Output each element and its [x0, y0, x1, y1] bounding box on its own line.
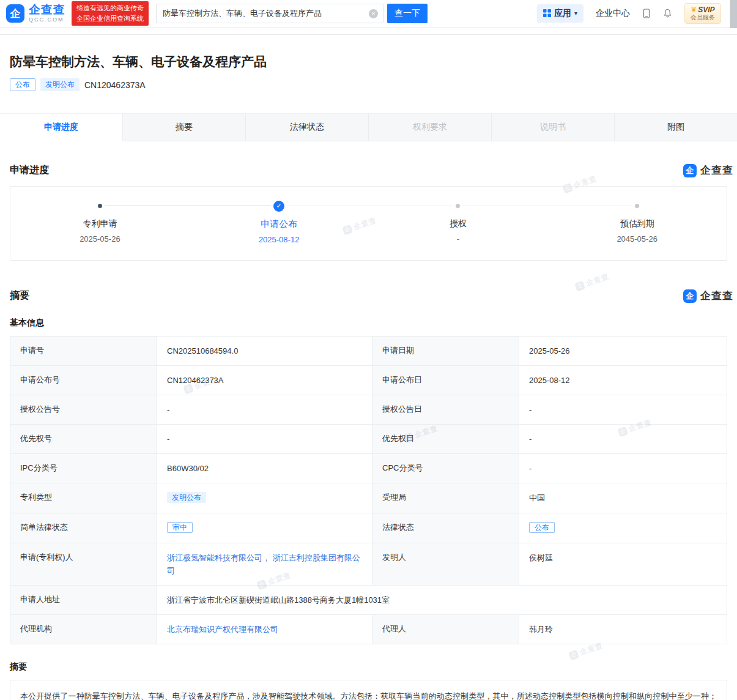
field-value: 韩月玲: [519, 615, 727, 644]
apps-menu-button[interactable]: 应用 ▾: [537, 4, 583, 23]
tab-description[interactable]: 说明书: [492, 114, 615, 141]
table-row: 授权公告号 - 授权公告日 -: [10, 395, 727, 425]
top-bar: 企 企查查 QCC.COM 缔造有远见的商业传奇 全国企业信用查询系统 × 查一…: [0, 0, 737, 28]
field-value: -: [519, 395, 727, 424]
patent-tag-row: 公布 发明公布 CN120462373A: [10, 78, 727, 91]
tab-claims[interactable]: 权利要求: [369, 114, 492, 141]
tab-drawings[interactable]: 附图: [615, 114, 737, 141]
search-box: ×: [156, 4, 383, 23]
agency-link[interactable]: 北京布瑞知识产权代理有限公司: [167, 625, 278, 634]
notifications-button[interactable]: [663, 9, 672, 18]
crown-icon: ♛: [691, 6, 697, 13]
timeline-step-expiry: 预估到期 2045-05-26: [547, 201, 727, 244]
tab-progress[interactable]: 申请进度: [0, 114, 123, 141]
summary-section-title: 摘要: [10, 289, 29, 302]
step-date: 2025-05-26: [80, 234, 120, 244]
basic-info-title: 基本信息: [10, 318, 727, 329]
field-value: 审中: [157, 513, 372, 543]
table-row: 专利类型 发明公布 受理局 中国: [10, 483, 727, 513]
timeline-dot: [635, 204, 639, 208]
field-label: 受理局: [372, 483, 519, 513]
qcc-logo-icon: 企: [6, 4, 24, 23]
qcc-logo-wordmark: 企查查: [700, 163, 733, 177]
step-name: 预估到期: [620, 218, 654, 229]
simple-legal-status-badge: 审中: [167, 522, 193, 533]
qcc-logo[interactable]: 企 企查查 QCC.COM: [6, 4, 65, 23]
table-row: 申请(专利权)人 浙江极氪智能科技有限公司， 浙江吉利控股集团有限公司 发明人 …: [10, 543, 727, 586]
svip-member-button[interactable]: ♛ SVIP 会员服务: [684, 3, 721, 24]
field-label: 申请(专利权)人: [10, 543, 157, 585]
scrollbar-thumb[interactable]: [730, 0, 737, 28]
applicant-link[interactable]: 浙江极氪智能科技有限公司: [167, 553, 262, 562]
timeline-step-granted: 授权 -: [369, 201, 548, 244]
field-value: B60W30/02: [157, 454, 372, 483]
field-value: -: [157, 395, 372, 424]
table-row: 简单法律状态 审中 法律状态 公布: [10, 513, 727, 543]
clear-search-icon[interactable]: ×: [369, 9, 378, 18]
field-label: 代理机构: [10, 615, 157, 644]
tab-abstract[interactable]: 摘要: [123, 114, 246, 141]
table-row: 代理机构 北京布瑞知识产权代理有限公司 代理人 韩月玲: [10, 615, 727, 644]
field-label: 申请人地址: [10, 586, 157, 614]
field-label: 代理人: [372, 615, 519, 644]
patent-title: 防晕车控制方法、车辆、电子设备及程序产品: [10, 53, 727, 70]
step-name: 申请公布: [261, 218, 297, 230]
field-value: CN202510684594.0: [157, 337, 372, 365]
basic-info-table: 申请号 CN202510684594.0 申请日期 2025-05-26 申请公…: [10, 336, 727, 644]
field-label: 法律状态: [372, 513, 519, 543]
step-date: 2045-05-26: [617, 234, 657, 244]
field-label: 优先权日: [372, 425, 519, 453]
field-value: 浙江省宁波市北仑区新碶街道岷山路1388号商务大厦1幢1031室: [157, 586, 727, 614]
qcc-logo-icon: 企: [683, 289, 697, 303]
applicant-separator: ，: [262, 553, 270, 562]
phone-icon: [642, 9, 651, 18]
slogan-line-2: 全国企业信用查询系统: [76, 13, 144, 24]
detail-tabs: 申请进度 摘要 法律状态 权利要求 说明书 附图: [0, 113, 737, 141]
table-row: 申请号 CN202510684594.0 申请日期 2025-05-26: [10, 337, 727, 366]
table-row: 优先权号 - 优先权日 -: [10, 425, 727, 454]
bell-icon: [663, 9, 672, 18]
field-value: -: [519, 454, 727, 483]
field-label: IPC分类号: [10, 454, 157, 483]
table-row: 申请人地址 浙江省宁波市北仑区新碶街道岷山路1388号商务大厦1幢1031室: [10, 586, 727, 615]
grid-icon: [543, 9, 551, 17]
field-value: 公布: [519, 513, 727, 543]
chevron-down-icon: ▾: [574, 10, 577, 17]
search-button[interactable]: 查一下: [387, 4, 428, 23]
search-input[interactable]: [157, 4, 383, 23]
step-name: 专利申请: [83, 218, 117, 229]
field-label: 申请号: [10, 337, 157, 365]
enterprise-center-link[interactable]: 企业中心: [596, 8, 630, 19]
mobile-app-button[interactable]: [642, 9, 651, 18]
header-separator: [0, 28, 737, 35]
progress-timeline: 专利申请 2025-05-26 ✓ 申请公布 2025-08-12 授权 - 预…: [10, 186, 727, 261]
apps-menu-label: 应用: [554, 8, 571, 19]
abstract-text: 本公开提供了一种防晕车控制方法、车辆、电子设备及程序产品，涉及智能驾驶技术领域。…: [10, 680, 727, 700]
field-label: 发明人: [372, 543, 519, 585]
slogan-line-1: 缔造有远见的商业传奇: [76, 3, 144, 13]
field-value: -: [157, 425, 372, 453]
field-value: 发明公布: [157, 483, 372, 513]
field-value: -: [519, 425, 727, 453]
tab-legal-status[interactable]: 法律状态: [246, 114, 369, 141]
progress-section-title: 申请进度: [10, 164, 49, 177]
patent-type-badge: 发明公布: [167, 492, 206, 503]
qcc-logo-icon: 企: [683, 164, 697, 177]
step-date: 2025-08-12: [259, 235, 300, 244]
table-row: IPC分类号 B60W30/02 CPC分类号 -: [10, 454, 727, 483]
check-circle-icon: ✓: [273, 201, 284, 212]
brand-name: 企查查: [29, 4, 65, 16]
field-label: 专利类型: [10, 483, 157, 513]
field-value: 中国: [519, 483, 727, 513]
field-label: 申请日期: [372, 337, 519, 365]
search-area: × 查一下: [156, 4, 428, 23]
qcc-section-logo: 企 企查查: [683, 163, 733, 177]
field-value: 侯树廷: [519, 543, 727, 585]
progress-section-header: 申请进度 企 企查查: [10, 163, 727, 177]
svip-subtitle: 会员服务: [691, 14, 715, 21]
abstract-title: 摘要: [10, 661, 727, 672]
field-label: 授权公告号: [10, 395, 157, 424]
brand-domain: QCC.COM: [29, 17, 65, 23]
field-label: CPC分类号: [372, 454, 519, 483]
patent-type-badge: 发明公布: [40, 78, 80, 91]
